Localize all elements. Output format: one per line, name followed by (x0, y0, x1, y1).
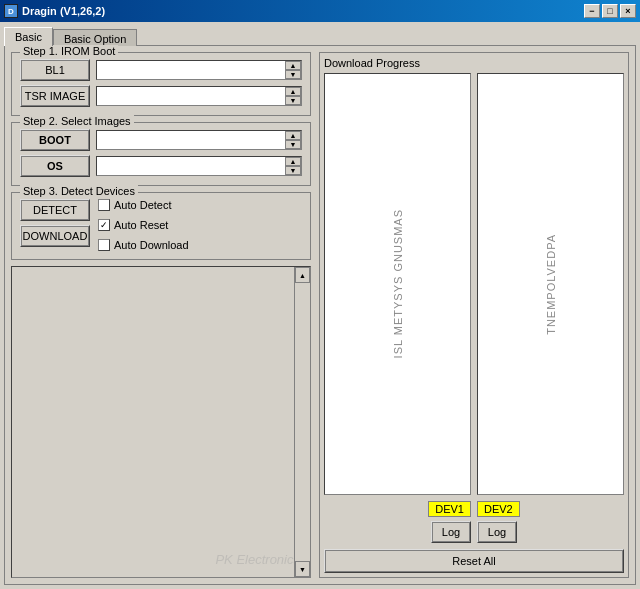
step1-group: Step 1. IROM Boot BL1 ▲ ▼ TSR IMAGE ▲ (11, 52, 311, 116)
log1-button[interactable]: Log (431, 521, 471, 543)
window-icon: D (4, 4, 18, 18)
close-button[interactable]: × (620, 4, 636, 18)
bl1-scroll-up[interactable]: ▲ (285, 61, 301, 70)
os-input[interactable]: ▲ ▼ (96, 156, 302, 176)
main-window: Basic Basic Option Step 1. IROM Boot BL1… (0, 22, 640, 589)
bl1-scroll: ▲ ▼ (285, 61, 301, 79)
step3-label: Step 3. Detect Devices (20, 185, 138, 197)
window-controls: − □ × (584, 4, 636, 18)
log-scroll-up[interactable]: ▲ (295, 267, 310, 283)
progress-bar-1: ISL METYSYS GNUSMAS (324, 73, 471, 495)
reset-all-button[interactable]: Reset All (324, 549, 624, 573)
maximize-button[interactable]: □ (602, 4, 618, 18)
step2-label: Step 2. Select Images (20, 115, 134, 127)
tsr-row: TSR IMAGE ▲ ▼ (20, 85, 302, 107)
tab-bar: Basic Basic Option (4, 26, 636, 45)
left-panel: Step 1. IROM Boot BL1 ▲ ▼ TSR IMAGE ▲ (11, 52, 311, 578)
bl1-input[interactable]: ▲ ▼ (96, 60, 302, 80)
auto-download-row: Auto Download (98, 239, 189, 251)
download-progress-label: Download Progress (324, 57, 624, 69)
tsr-scroll-down[interactable]: ▼ (285, 96, 301, 105)
auto-reset-row: Auto Reset (98, 219, 189, 231)
tsr-button[interactable]: TSR IMAGE (20, 85, 90, 107)
download-button[interactable]: DOWNLOAD (20, 225, 90, 247)
tsr-scroll-up[interactable]: ▲ (285, 87, 301, 96)
boot-scroll-up[interactable]: ▲ (285, 131, 301, 140)
watermark: PK Electronics (215, 552, 300, 567)
os-scroll-up[interactable]: ▲ (285, 157, 301, 166)
auto-detect-label: Auto Detect (114, 199, 171, 211)
log2-button[interactable]: Log (477, 521, 517, 543)
dev-labels: DEV1 DEV2 (324, 501, 624, 517)
content-area: Step 1. IROM Boot BL1 ▲ ▼ TSR IMAGE ▲ (4, 45, 636, 585)
os-scroll: ▲ ▼ (285, 157, 301, 175)
download-progress-panel: Download Progress ISL METYSYS GNUSMAS TN… (319, 52, 629, 578)
bl1-scroll-down[interactable]: ▼ (285, 70, 301, 79)
auto-reset-label: Auto Reset (114, 219, 168, 231)
minimize-button[interactable]: − (584, 4, 600, 18)
progress-bar-2: TNEMPOLVEDPA (477, 73, 624, 495)
progress-bar-1-text: ISL METYSYS GNUSMAS (392, 209, 404, 358)
log-scroll-down[interactable]: ▼ (295, 561, 310, 577)
progress-bar-2-text: TNEMPOLVEDPA (545, 234, 557, 335)
detect-options: Auto Detect Auto Reset Auto Download (98, 199, 189, 251)
os-scroll-down[interactable]: ▼ (285, 166, 301, 175)
boot-row: BOOT ▲ ▼ (20, 129, 302, 151)
log-scrollbar[interactable]: ▲ ▼ (294, 267, 310, 577)
tsr-scroll: ▲ ▼ (285, 87, 301, 105)
os-row: OS ▲ ▼ (20, 155, 302, 177)
detect-buttons: DETECT DOWNLOAD (20, 199, 90, 251)
auto-download-checkbox[interactable] (98, 239, 110, 251)
bl1-button[interactable]: BL1 (20, 59, 90, 81)
os-button[interactable]: OS (20, 155, 90, 177)
auto-detect-row: Auto Detect (98, 199, 189, 211)
auto-detect-checkbox[interactable] (98, 199, 110, 211)
bl1-row: BL1 ▲ ▼ (20, 59, 302, 81)
log-area-wrapper: PK Electronics ▲ ▼ (11, 266, 311, 578)
auto-download-label: Auto Download (114, 239, 189, 251)
step3-group: Step 3. Detect Devices DETECT DOWNLOAD A… (11, 192, 311, 260)
log-scroll-track (295, 283, 310, 561)
detect-button[interactable]: DETECT (20, 199, 90, 221)
tab-basic[interactable]: Basic (4, 27, 53, 46)
log-area[interactable]: PK Electronics ▲ ▼ (11, 266, 311, 578)
title-bar: D Dragin (V1,26,2) − □ × (0, 0, 640, 22)
dev2-label: DEV2 (477, 501, 520, 517)
log-buttons: Log Log (324, 521, 624, 543)
dev1-label: DEV1 (428, 501, 471, 517)
boot-button[interactable]: BOOT (20, 129, 90, 151)
boot-scroll-down[interactable]: ▼ (285, 140, 301, 149)
tsr-input[interactable]: ▲ ▼ (96, 86, 302, 106)
boot-input[interactable]: ▲ ▼ (96, 130, 302, 150)
progress-bars: ISL METYSYS GNUSMAS TNEMPOLVEDPA (324, 73, 624, 495)
detect-section: DETECT DOWNLOAD Auto Detect Auto Reset (20, 199, 302, 251)
auto-reset-checkbox[interactable] (98, 219, 110, 231)
window-title: Dragin (V1,26,2) (22, 5, 105, 17)
step1-label: Step 1. IROM Boot (20, 45, 118, 57)
step2-group: Step 2. Select Images BOOT ▲ ▼ OS ▲ (11, 122, 311, 186)
boot-scroll: ▲ ▼ (285, 131, 301, 149)
tab-basic-option[interactable]: Basic Option (53, 29, 137, 46)
